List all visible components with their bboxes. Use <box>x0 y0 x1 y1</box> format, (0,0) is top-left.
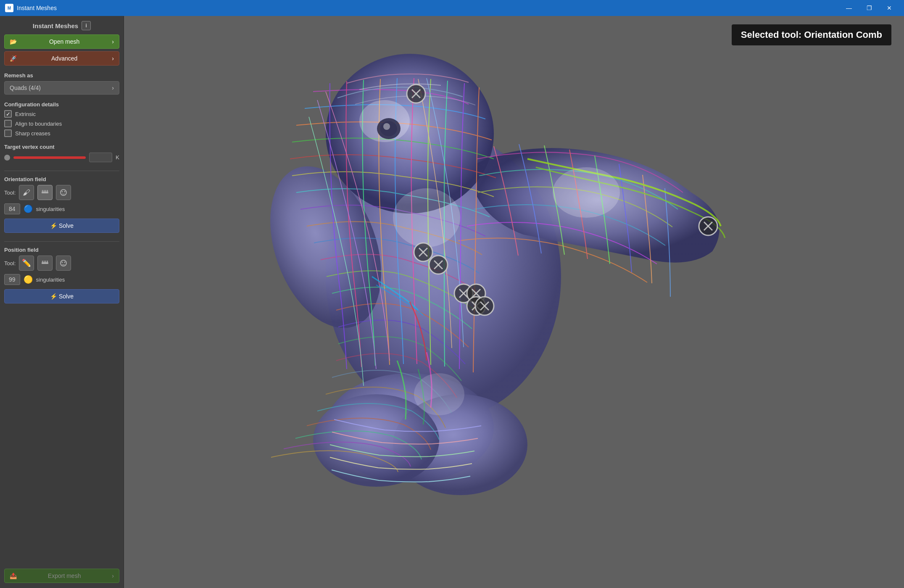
align-boundaries-checkbox[interactable] <box>4 120 12 127</box>
position-label: Position field <box>4 247 119 253</box>
svg-point-15 <box>64 262 66 263</box>
svg-rect-3 <box>45 190 46 192</box>
open-mesh-arrow: › <box>112 38 114 45</box>
sidebar-header: Instant Meshes i <box>4 21 119 30</box>
remesh-label: Remesh as <box>4 72 119 79</box>
orientation-tool-row: Tool: 🖌 <box>4 185 119 200</box>
position-solve-label: ⚡ Solve <box>50 293 74 300</box>
position-sing-count: 99 <box>4 274 20 285</box>
orientation-sing-text: singularities <box>36 206 65 212</box>
open-mesh-icon: 📂 <box>10 38 17 45</box>
svg-point-24 <box>393 188 460 247</box>
titlebar: M Instant Meshes — ❐ ✕ <box>0 0 904 16</box>
align-boundaries-row: Align to boundaries <box>4 120 119 127</box>
extrinsic-label: Extrinsic <box>15 111 36 117</box>
sharp-creases-label: Sharp creases <box>15 130 50 137</box>
extrinsic-checkbox[interactable]: ✓ <box>4 110 12 118</box>
titlebar-controls: — ❐ ✕ <box>839 0 899 16</box>
advanced-label: Advanced <box>51 55 77 62</box>
selected-tool-overlay: Selected tool: Orientation Comb <box>732 24 891 45</box>
svg-rect-2 <box>44 190 45 192</box>
position-solve-button[interactable]: ⚡ Solve <box>4 289 119 303</box>
svg-rect-1 <box>42 190 43 192</box>
advanced-button[interactable]: 🚀 Advanced › <box>4 51 119 66</box>
svg-rect-9 <box>42 261 43 263</box>
orientation-smooth-tool[interactable] <box>56 185 71 200</box>
advanced-icon: 🚀 <box>10 55 17 62</box>
orientation-label: Orientation field <box>4 176 119 182</box>
extrinsic-row: ✓ Extrinsic <box>4 110 119 118</box>
position-tool-row: Tool: ✏️ <box>4 256 119 271</box>
slider-track[interactable] <box>13 156 86 159</box>
advanced-arrow: › <box>112 55 114 62</box>
info-button[interactable]: i <box>82 21 91 30</box>
position-sing-text: singularities <box>36 277 65 283</box>
svg-rect-10 <box>44 261 45 263</box>
export-mesh-button[interactable]: 📤 Export mesh › <box>4 569 119 583</box>
orientation-solve-label: ⚡ Solve <box>50 222 74 229</box>
orientation-tool-label: Tool: <box>4 190 16 196</box>
slider-dot <box>4 155 10 161</box>
remesh-dropdown[interactable]: Quads (4/4) › <box>4 81 119 95</box>
position-tool-label: Tool: <box>4 260 16 266</box>
divider-1 <box>4 171 119 171</box>
position-comb-tool[interactable] <box>37 256 53 271</box>
remesh-arrow: › <box>112 84 114 91</box>
orientation-sing-row: 84 🔵 singularities <box>4 203 119 214</box>
vertex-count-row: 1.01 K <box>4 153 119 162</box>
vertex-unit: K <box>116 154 119 161</box>
export-icon: 📤 <box>10 572 17 579</box>
open-mesh-label: Open mesh <box>49 38 79 45</box>
vertex-count-label: Target vertex count <box>4 144 119 150</box>
export-arrow: › <box>112 572 114 579</box>
remesh-value: Quads (4/4) <box>10 84 41 91</box>
minimize-button[interactable]: — <box>839 0 859 16</box>
position-sing-row: 99 🟡 singularities <box>4 274 119 285</box>
position-sing-icon: 🟡 <box>24 275 33 284</box>
sidebar: Instant Meshes i 📂 Open mesh › 🚀 Advance… <box>0 16 124 588</box>
position-pencil-tool[interactable]: ✏️ <box>19 256 34 271</box>
orientation-sing-icon: 🔵 <box>24 204 33 214</box>
svg-point-29 <box>383 123 390 130</box>
position-smooth-tool[interactable] <box>56 256 71 271</box>
viewport[interactable]: Selected tool: Orientation Comb <box>124 16 904 588</box>
close-button[interactable]: ✕ <box>880 0 899 16</box>
export-label: Export mesh <box>48 572 81 579</box>
orientation-sing-count: 84 <box>4 203 20 214</box>
vertex-count-input[interactable]: 1.01 <box>89 153 112 162</box>
svg-rect-11 <box>45 261 46 263</box>
open-mesh-button[interactable]: 📂 Open mesh › <box>4 34 119 49</box>
orientation-solve-button[interactable]: ⚡ Solve <box>4 219 119 233</box>
svg-point-13 <box>61 260 66 266</box>
mesh-svg <box>124 16 904 588</box>
titlebar-left: M Instant Meshes <box>5 4 57 12</box>
app-icon: M <box>5 4 13 12</box>
divider-2 <box>4 241 119 242</box>
svg-point-14 <box>62 262 63 263</box>
mesh-container[interactable] <box>124 16 904 588</box>
svg-point-25 <box>553 167 620 218</box>
sharp-creases-checkbox[interactable] <box>4 129 12 137</box>
svg-rect-4 <box>47 190 48 192</box>
sidebar-title: Instant Meshes <box>33 22 78 29</box>
orientation-brush-tool[interactable]: 🖌 <box>19 185 34 200</box>
config-label: Configuration details <box>4 101 119 108</box>
align-boundaries-label: Align to boundaries <box>15 121 62 127</box>
app-title: Instant Meshes <box>17 5 57 11</box>
selected-tool-text: Selected tool: Orientation Comb <box>741 29 882 40</box>
sharp-creases-row: Sharp creases <box>4 129 119 137</box>
svg-point-5 <box>61 190 66 195</box>
svg-point-6 <box>62 191 63 192</box>
maximize-button[interactable]: ❐ <box>859 0 879 16</box>
svg-rect-12 <box>47 261 48 263</box>
svg-point-26 <box>414 373 464 415</box>
orientation-comb-tool[interactable] <box>37 185 53 200</box>
svg-point-7 <box>64 191 66 192</box>
